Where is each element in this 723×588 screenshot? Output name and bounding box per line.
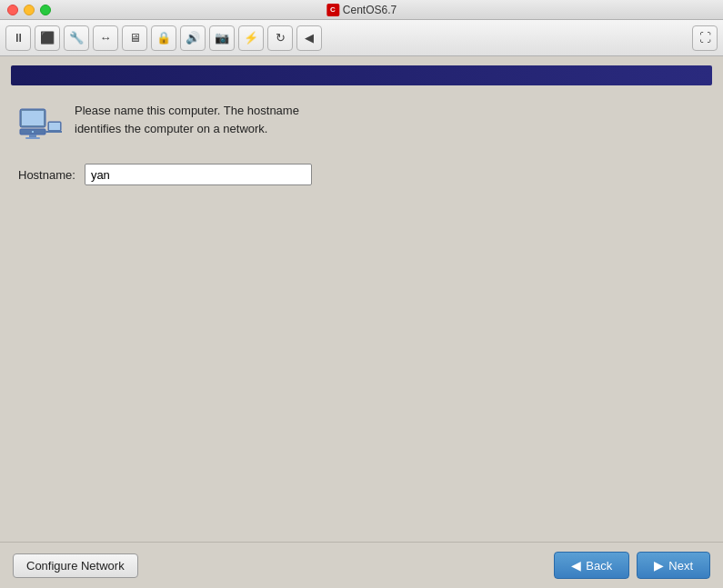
back-label: Back bbox=[586, 559, 612, 573]
minimize-button[interactable] bbox=[24, 5, 35, 15]
hostname-row: Hostname: bbox=[18, 164, 705, 185]
svg-rect-3 bbox=[29, 135, 36, 137]
screenshot-button[interactable]: ⬛ bbox=[35, 25, 60, 51]
titlebar: C CentOS6.7 bbox=[0, 0, 723, 20]
svg-point-8 bbox=[32, 131, 34, 133]
usb-button[interactable]: ⚡ bbox=[238, 25, 264, 51]
svg-rect-6 bbox=[49, 123, 60, 130]
svg-rect-4 bbox=[25, 137, 40, 139]
network-button[interactable]: ↔ bbox=[93, 25, 118, 51]
lock-button[interactable]: 🔒 bbox=[151, 25, 176, 51]
toolbar: ⏸ ⬛ 🔧 ↔ 🖥 🔒 🔊 📷 ⚡ ↻ ◀ ⛶ bbox=[0, 20, 723, 56]
back-button[interactable]: ◀ Back bbox=[554, 552, 629, 579]
refresh-button[interactable]: ↻ bbox=[267, 25, 293, 51]
next-arrow-icon: ▶ bbox=[654, 558, 664, 573]
hostname-input[interactable] bbox=[85, 164, 312, 185]
app-icon: C bbox=[326, 4, 339, 16]
camera-button[interactable]: 📷 bbox=[209, 25, 235, 51]
settings-button[interactable]: 🔧 bbox=[64, 25, 89, 51]
maximize-button[interactable] bbox=[40, 5, 51, 15]
computer-icon bbox=[18, 102, 62, 145]
intro-text: Please name this computer. The hostname … bbox=[75, 102, 329, 137]
progress-bar-fill bbox=[11, 65, 712, 85]
next-button[interactable]: ▶ Next bbox=[637, 552, 710, 579]
next-label: Next bbox=[668, 559, 693, 573]
main-content: Please name this computer. The hostname … bbox=[0, 56, 723, 588]
back-arrow-icon: ◀ bbox=[571, 558, 581, 573]
configure-network-button[interactable]: Configure Network bbox=[13, 553, 138, 578]
audio-button[interactable]: 🔊 bbox=[180, 25, 206, 51]
close-button[interactable] bbox=[7, 5, 18, 15]
content-area: Please name this computer. The hostname … bbox=[0, 93, 723, 542]
svg-rect-7 bbox=[45, 131, 62, 133]
nav-buttons: ◀ Back ▶ Next bbox=[554, 552, 710, 579]
hostname-label: Hostname: bbox=[18, 168, 75, 182]
pause-button[interactable]: ⏸ bbox=[5, 25, 31, 51]
progress-bar-container bbox=[11, 65, 712, 85]
title-text: CentOS6.7 bbox=[343, 4, 397, 16]
fullscreen-button[interactable]: ⛶ bbox=[692, 25, 718, 51]
svg-rect-1 bbox=[22, 111, 44, 125]
back-toolbar-button[interactable]: ◀ bbox=[296, 25, 322, 51]
display-button[interactable]: 🖥 bbox=[122, 25, 147, 51]
bottom-bar: Configure Network ◀ Back ▶ Next bbox=[0, 542, 723, 588]
window-title: C CentOS6.7 bbox=[326, 4, 397, 16]
intro-section: Please name this computer. The hostname … bbox=[18, 102, 705, 145]
window-controls bbox=[7, 5, 51, 15]
